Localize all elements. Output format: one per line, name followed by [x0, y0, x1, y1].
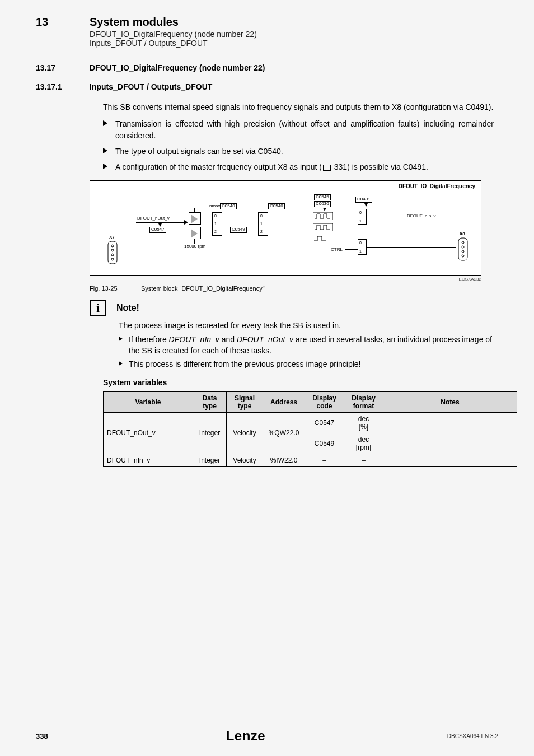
intro-paragraph: This SB converts internal speed signals …: [103, 101, 494, 113]
bullet-item: The type of output signals can be set vi…: [103, 146, 494, 157]
note-text: and: [219, 335, 237, 344]
table-row: DFOUT_nOut_v Integer Velocity %QW22.0 C0…: [104, 412, 517, 433]
td-notes: [383, 412, 517, 466]
x8-label: X8: [460, 231, 465, 236]
bullet-text: A configuration of the master frequency …: [115, 162, 322, 171]
mux-port: 2: [260, 230, 263, 234]
waveform-icon: [313, 235, 329, 242]
td-fmt: dec[rpm]: [344, 433, 383, 454]
page-number: 338: [36, 732, 48, 740]
note-italic: DFOUT_nIn_v: [169, 335, 219, 344]
code-c0545: C0545: [314, 194, 331, 200]
td-code: C0549: [305, 433, 344, 454]
brand-logo: Lenze: [226, 728, 266, 744]
diagram-id: ECSXA232: [90, 277, 481, 282]
mux-port: 2: [214, 230, 217, 234]
mux-block: 0 1 2: [258, 212, 268, 236]
svg-point-2: [111, 249, 114, 251]
code-c0540: C0540: [268, 203, 285, 209]
code-c0491: C0491: [355, 197, 372, 203]
td-stype: Velocity: [227, 454, 263, 466]
note-text: If therefore: [129, 335, 169, 344]
bullet-text: 331) is possible via C0491.: [332, 162, 428, 171]
svg-rect-5: [313, 212, 333, 220]
mux-port: 0: [214, 214, 217, 218]
th-variable: Variable: [104, 391, 193, 412]
header-subtitle-2: Inputs_DFOUT / Outputs_DFOUT: [90, 39, 498, 48]
th-display-format: Display format: [344, 391, 383, 412]
td-addr: %IW22.0: [263, 454, 305, 466]
td-variable: DFOUT_nIn_v: [104, 454, 193, 466]
mux-port: 0: [260, 214, 263, 218]
switch-port: 0: [359, 241, 362, 245]
td-addr: %QW22.0: [263, 412, 305, 454]
svg-point-4: [111, 258, 114, 260]
td-dtype: Integer: [193, 412, 227, 454]
mux-port: 1: [260, 222, 263, 226]
info-icon: i: [90, 300, 106, 316]
bullet-item: A configuration of the master frequency …: [103, 161, 494, 172]
ctrl-label: CTRL: [331, 247, 343, 252]
rpm-label: 15000 rpm: [184, 244, 205, 249]
subsection-title: Inputs_DFOUT / Outputs_DFOUT: [90, 82, 212, 91]
switch-port: 1: [359, 249, 362, 253]
td-stype: Velocity: [227, 412, 263, 454]
header-subtitle-1: DFOUT_IO_DigitalFrequency (node number 2…: [90, 30, 498, 39]
note-title: Note!: [116, 303, 139, 313]
note-paragraph: The process image is recreated for every…: [119, 320, 498, 331]
svg-rect-6: [313, 223, 333, 231]
code-c0547: C0547: [149, 227, 166, 233]
system-variables-heading: System variables: [103, 378, 498, 387]
th-data-type: Data type: [193, 391, 227, 412]
document-id: EDBCSXA064 EN 3.2: [443, 733, 498, 739]
arrow-down-icon: [323, 208, 326, 211]
variables-table: Variable Data type Signal type Address D…: [103, 391, 517, 467]
figure-number: Fig. 13-25: [90, 285, 141, 292]
code-c0540: C0540: [220, 203, 237, 209]
book-icon: [323, 165, 331, 171]
note-body: The process image is recreated for every…: [119, 320, 498, 370]
chapter-title: System modules: [90, 16, 179, 29]
th-notes: Notes: [383, 391, 517, 412]
chapter-number: 13: [36, 16, 90, 29]
bullet-list: Transmission is effected with high preci…: [103, 118, 494, 172]
td-variable: DFOUT_nOut_v: [104, 412, 193, 454]
dfout-nout-label: DFOUT_nOut_v: [137, 216, 170, 221]
block-diagram: DFOUT_IO_DigitalFrequency X7 DFOUT_nOut_…: [90, 180, 481, 276]
subsection-number: 13.17.1: [36, 82, 90, 91]
td-fmt: –: [344, 454, 383, 466]
switch-port: 0: [359, 211, 362, 214]
svg-point-10: [462, 250, 464, 253]
svg-point-1: [111, 245, 114, 247]
svg-point-9: [462, 246, 464, 248]
figure-caption: System block "DFOUT_IO_DigitalFrequency": [141, 285, 265, 292]
svg-point-8: [462, 241, 464, 244]
bullet-item: Transmission is effected with high preci…: [103, 118, 494, 141]
note-bullet: This process is different from the previ…: [119, 358, 498, 370]
code-c0549: C0549: [230, 227, 247, 233]
td-code: C0547: [305, 412, 344, 433]
th-address: Address: [263, 391, 305, 412]
nmax-label: nmax: [209, 203, 221, 208]
gain-block-icon: [189, 227, 201, 239]
arrow-right-icon: [184, 220, 188, 225]
waveform-icon: [313, 223, 333, 231]
gain-block-icon: [189, 212, 201, 225]
x7-connector-icon: [107, 240, 118, 265]
dfout-nin-label: DFOUT_nIn_v: [407, 213, 436, 218]
svg-point-11: [462, 255, 464, 257]
td-fmt: dec[%]: [344, 412, 383, 433]
section-title: DFOUT_IO_DigitalFrequency (node number 2…: [90, 63, 265, 72]
note-italic: DFOUT_nOut_v: [237, 335, 293, 344]
arrow-down-icon: [364, 203, 368, 207]
mux-block: 0 1 2: [212, 212, 222, 236]
waveform-icon: [313, 212, 333, 220]
page-footer: 338 Lenze EDBCSXA064 EN 3.2: [36, 728, 498, 744]
switch-block: 0 1: [358, 239, 367, 255]
mux-port: 1: [214, 222, 217, 226]
th-signal-type: Signal type: [227, 391, 263, 412]
th-display-code: Display code: [305, 391, 344, 412]
td-code: –: [305, 454, 344, 466]
arrow-down-icon: [158, 223, 162, 227]
switch-port: 1: [359, 219, 362, 223]
